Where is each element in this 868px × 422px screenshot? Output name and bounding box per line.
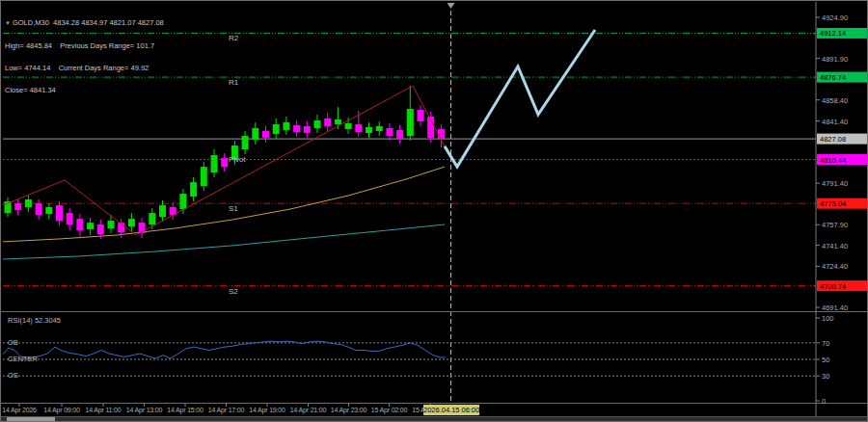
price-axis-highlight-value: 4810.44 <box>820 156 846 165</box>
candle-body <box>14 203 21 210</box>
candle-body <box>252 128 258 140</box>
time-axis-label: 14 Apr 21:00 <box>290 407 326 413</box>
forecast-projection-line[interactable] <box>445 30 595 167</box>
candle-body <box>108 221 115 228</box>
time-axis-label: 14 Apr 11:00 <box>86 407 122 413</box>
price-axis-label: 4841.40 <box>822 118 848 126</box>
time-axis-label: 14 Apr 15:00 <box>167 407 203 413</box>
time-axis-label: 14 Apr 2026 <box>2 407 37 413</box>
price-axis-label: 4891.90 <box>822 55 848 64</box>
candle-body <box>45 207 52 214</box>
time-axis[interactable]: 14 Apr 202614 Apr 09:0014 Apr 11:0014 Ap… <box>1 405 816 416</box>
price-axis-label: 4691.40 <box>822 303 848 312</box>
candle-body <box>366 127 372 133</box>
candle-body <box>179 194 186 209</box>
price-axis-highlight-value: 4876.74 <box>820 73 846 82</box>
horizontal-scrollbar[interactable] <box>1 416 867 422</box>
pivot-level-label-s1: S1 <box>229 205 238 213</box>
candle-body <box>386 128 393 136</box>
price-axis-label: 4724.40 <box>822 262 848 271</box>
candle-body <box>418 110 424 121</box>
candle-body <box>36 203 42 215</box>
candle-body <box>242 136 249 149</box>
rsi-line <box>3 341 446 358</box>
price-axis-highlight-value: 4708.74 <box>820 282 846 291</box>
symbol-ohlc-text: GOLD,M30 4834.28 4834.97 4821.07 4827.08 <box>13 18 164 27</box>
prev-day-high-line: High= 4845.84 Previous Days Range= 101.7 <box>5 42 164 50</box>
price-axis-label: 4741.40 <box>822 242 848 251</box>
candle-body <box>293 125 300 132</box>
time-axis-label: 14 Apr 13:00 <box>126 407 162 413</box>
rsi-axis-label: 30 <box>822 372 829 381</box>
candle-body <box>67 213 73 224</box>
candle-body <box>25 199 32 207</box>
candle-body <box>262 131 269 138</box>
candle-body <box>396 130 403 139</box>
time-axis-label: 14 Apr 19:00 <box>249 407 285 413</box>
candle-body <box>149 213 155 224</box>
symbol-dropdown-icon[interactable]: ▼ <box>5 20 11 26</box>
candle-body <box>211 155 218 172</box>
candle-body <box>159 205 166 217</box>
prev-day-low-line: Low= 4744.14 Current Days Range= 49.92 <box>5 65 164 72</box>
candle-body <box>355 124 362 132</box>
candle-body <box>314 120 321 128</box>
candle-body <box>324 119 331 126</box>
candle-body <box>438 129 445 139</box>
rsi-axis-label: 100 <box>822 314 834 323</box>
rsi-indicator-label: RSI(14) 52.3045 <box>8 317 61 325</box>
time-axis-label: 15 Apr 02:00 <box>371 407 407 413</box>
symbol-info-panel: ▼GOLD,M30 4834.28 4834.97 4821.07 4827.0… <box>5 5 164 108</box>
candle-body <box>407 109 414 136</box>
candle-body <box>56 205 63 221</box>
candle-body <box>190 182 197 197</box>
pivot-level-label-r2: R2 <box>229 35 238 42</box>
rsi-center-label: CENTER <box>8 356 38 363</box>
price-axis-highlight-value: 4912.14 <box>820 29 846 38</box>
pivot-level-label-pivot: Pivot <box>229 156 246 164</box>
candle-body <box>97 224 104 234</box>
prev-day-close-line: Close= 4841.34 <box>5 87 164 94</box>
rsi-axis-label: 0 <box>822 397 826 406</box>
price-axis-label: 4924.90 <box>822 13 848 22</box>
chart-window: 4912.144876.744810.444775.044708.744827.… <box>0 0 868 422</box>
price-axis-highlight-value: 4775.04 <box>820 199 846 208</box>
price-axis-label: 4858.40 <box>822 96 848 105</box>
candle-body <box>273 124 280 134</box>
pivot-level-label-s2: S2 <box>229 288 238 296</box>
candle-body <box>128 219 135 226</box>
candle-body <box>335 119 341 124</box>
time-axis-label: 14 Apr 23:00 <box>331 407 366 413</box>
candle-body <box>376 126 383 131</box>
candle-body <box>87 223 94 229</box>
candle-body <box>345 123 352 129</box>
time-axis-label: 14 Apr 17:00 <box>208 407 244 413</box>
horizontal-scrollbar-thumb[interactable] <box>7 417 55 422</box>
vertical-line-marker-icon <box>448 3 455 9</box>
current-price-value: 4827.08 <box>820 135 846 144</box>
time-axis-label: 14 Apr 09:00 <box>43 407 79 413</box>
rsi-axis-label: 50 <box>822 356 829 364</box>
candle-body <box>283 122 289 130</box>
rsi-os-label: OS <box>8 372 18 380</box>
rsi-ob-label: OB <box>8 339 18 347</box>
symbol-ohlc-line: ▼GOLD,M30 4834.28 4834.97 4821.07 4827.0… <box>5 19 164 28</box>
candle-body <box>304 126 311 133</box>
price-axis-label: 4757.90 <box>822 221 848 229</box>
crosshair-timestamp-badge: 2026.04.15 06:00 <box>423 405 479 415</box>
candle-body <box>201 167 207 186</box>
pivot-level-label-r1: R1 <box>229 79 238 87</box>
ma_fast-line <box>3 167 445 242</box>
price-axis-label: 4791.40 <box>822 179 848 188</box>
candle-body <box>76 219 83 230</box>
candle-body <box>221 158 228 167</box>
rsi-axis-label: 70 <box>822 339 829 348</box>
